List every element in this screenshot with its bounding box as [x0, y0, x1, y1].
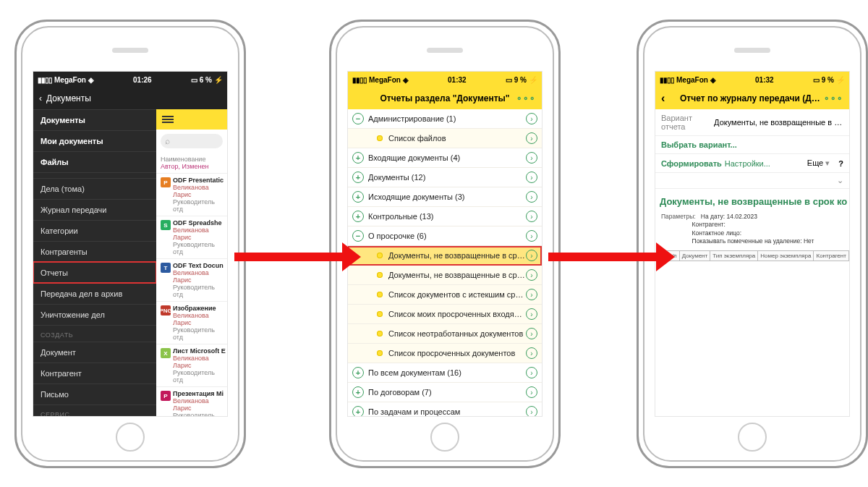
search-input[interactable]: ⌕	[161, 134, 223, 148]
sidebar-item-files[interactable]: Файлы	[33, 151, 156, 172]
chevron-right-icon[interactable]: ›	[526, 328, 537, 339]
settings-button[interactable]: Настройки...	[725, 159, 770, 168]
sidebar-item-reports[interactable]: Отчеты	[33, 262, 156, 283]
chevron-right-icon[interactable]: ›	[526, 250, 537, 261]
sidebar-item-my-documents[interactable]: Мои документы	[33, 130, 156, 151]
panel-header	[156, 109, 227, 130]
chevron-right-icon[interactable]: ›	[526, 269, 537, 281]
status-bar: ▮▮▯▯ MegaFon ◈ 01:26 ▭ 6 % ⚡	[33, 72, 227, 88]
tree-group[interactable]: +Контрольные (13)›	[348, 207, 542, 226]
navbar: Отчеты раздела "Документы" ∘∘∘	[348, 88, 542, 109]
home-button[interactable]	[430, 423, 459, 452]
back-icon[interactable]: ‹	[39, 93, 42, 103]
group-label: По договорам (7)	[368, 388, 526, 397]
chevron-right-icon[interactable]: ›	[526, 152, 537, 164]
home-button[interactable]	[116, 423, 145, 452]
tree-item[interactable]: Список моих просроченных входящих...›	[348, 305, 542, 324]
sidebar-item-cases[interactable]: Дела (тома)	[33, 178, 156, 199]
phone-bezel: ▮▮▯▯ MegaFon ◈ 01:26 ▭ 6 % ⚡ ‹ Документы…	[21, 26, 239, 462]
expand-icon[interactable]: +	[352, 171, 364, 183]
file-type-icon: X	[161, 348, 171, 358]
expand-icon[interactable]: +	[352, 406, 364, 416]
chevron-right-icon[interactable]: ›	[526, 367, 537, 378]
choose-variant[interactable]: Выбрать вариант...	[655, 136, 849, 154]
nav-title[interactable]: Документы	[46, 93, 91, 103]
table-header-row: № п/пДокументТип экземпляраНомер экземпл…	[659, 250, 850, 261]
phone-1: ▮▮▯▯ MegaFon ◈ 01:26 ▭ 6 % ⚡ ‹ Документы…	[14, 20, 246, 468]
more-link[interactable]: Еще ▾	[807, 158, 830, 168]
sidebar-item-destroy[interactable]: Уничтожение дел	[33, 304, 156, 325]
chevron-right-icon[interactable]: ›	[526, 132, 537, 144]
tree-item[interactable]: Список файлов›	[348, 129, 542, 148]
chevron-right-icon[interactable]: ›	[526, 191, 537, 203]
expand-icon[interactable]: +	[352, 211, 364, 222]
charging-icon: ⚡	[214, 76, 223, 84]
tree-group[interactable]: +Входящие документы (4)›	[348, 148, 542, 168]
tree-item[interactable]: Документы, не возвращенные в срок к...›	[348, 246, 542, 266]
back-icon[interactable]: ‹	[661, 92, 665, 105]
tree-group[interactable]: +Документы (12)›	[348, 168, 542, 187]
tree-group[interactable]: +По всем документам (16)›	[348, 363, 542, 383]
expand-icon[interactable]: +	[352, 191, 364, 203]
sidebar-create-letter[interactable]: Письмо	[33, 384, 156, 405]
chevron-right-icon[interactable]: ›	[526, 386, 537, 398]
file-type-icon: S	[161, 220, 171, 230]
screen-2: ▮▮▯▯ MegaFon ◈ 01:32 ▭ 9 % ⚡ Отчеты разд…	[347, 71, 542, 417]
expand-icon[interactable]: +	[352, 386, 364, 398]
item-label: Список файлов	[388, 134, 526, 143]
list-item[interactable]: SODF SpreadsheВеликанова ЛарисРуководите…	[156, 216, 227, 258]
tree-item[interactable]: Документы, не возвращенные в срок с...›	[348, 266, 542, 285]
column-header: Контактное лицо	[848, 250, 849, 261]
group-label: По задачам и процессам	[368, 407, 526, 416]
item-label: Список документов с истекшим сроко...	[388, 290, 526, 299]
collapse-icon[interactable]: −	[352, 113, 364, 124]
variant-value[interactable]: Документы, не возвращенные в срок к...	[714, 118, 843, 127]
tree-group[interactable]: +По договорам (7)›	[348, 383, 542, 402]
sidebar-item-transfer-log[interactable]: Журнал передачи	[33, 199, 156, 220]
battery-pct: 9 %	[822, 76, 834, 84]
file-type-icon: P	[161, 177, 171, 187]
collapse-icon[interactable]: −	[352, 230, 364, 242]
list-item[interactable]: PODF PresentaticВеликанова ЛарисРуководи…	[156, 173, 227, 216]
tree-group[interactable]: −Администрирование (1)›	[348, 109, 542, 129]
chevron-right-icon[interactable]: ›	[526, 406, 537, 416]
chevron-right-icon[interactable]: ›	[526, 230, 537, 242]
more-icon[interactable]: ∘∘∘	[824, 93, 843, 103]
collapse-row[interactable]: ⌄	[655, 173, 849, 189]
sidebar-create-counterparty[interactable]: Контрагент	[33, 363, 156, 384]
sidebar-item-categories[interactable]: Категории	[33, 220, 156, 241]
chevron-right-icon[interactable]: ›	[526, 171, 537, 183]
tree-group[interactable]: +Исходящие документы (3)›	[348, 187, 542, 207]
group-label: Документы (12)	[368, 173, 526, 182]
generate-button[interactable]: Сформировать	[661, 159, 722, 168]
report-params: Параметры: На дату: 14.02.2023 Контраген…	[658, 211, 846, 250]
chevron-right-icon[interactable]: ›	[526, 211, 537, 222]
bullet-icon	[377, 135, 383, 141]
chevron-right-icon[interactable]: ›	[526, 347, 537, 359]
sidebar-create-document[interactable]: Документ	[33, 342, 156, 363]
item-label: Список просроченных документов	[388, 349, 526, 357]
home-button[interactable]	[738, 423, 767, 452]
expand-icon[interactable]: +	[352, 152, 364, 164]
chevron-right-icon[interactable]: ›	[526, 113, 537, 124]
tree-item[interactable]: Список неотработанных документов›	[348, 324, 542, 344]
sidebar-item-counterparties[interactable]: Контрагенты	[33, 241, 156, 262]
tree-group[interactable]: +По задачам и процессам›	[348, 402, 542, 416]
list-item[interactable]: PПрезентация MiВеликанова ЛарисРуководит…	[156, 386, 227, 416]
list-item[interactable]: TODF Text DocunВеликанова ЛарисРуководит…	[156, 258, 227, 301]
sidebar-item-documents[interactable]: Документы	[33, 109, 156, 130]
bullet-icon	[377, 272, 383, 278]
chevron-right-icon[interactable]: ›	[526, 289, 537, 300]
chevron-right-icon[interactable]: ›	[526, 308, 537, 320]
tree-item[interactable]: Список документов с истекшим сроко...›	[348, 285, 542, 305]
menu-icon[interactable]	[162, 114, 174, 124]
sidebar-item-archive[interactable]: Передача дел в архив	[33, 283, 156, 304]
more-icon[interactable]: ∘∘∘	[516, 93, 536, 103]
tree-group[interactable]: −О просрочке (6)›	[348, 226, 542, 246]
expand-icon[interactable]: +	[352, 367, 364, 378]
tree-item[interactable]: Список просроченных документов›	[348, 344, 542, 363]
list-item[interactable]: PNGИзображениеВеликанова ЛарисРуководите…	[156, 301, 227, 344]
list-item[interactable]: XЛист Microsoft EВеликанова ЛарисРуковод…	[156, 344, 227, 386]
help-icon[interactable]: ?	[838, 159, 843, 168]
group-label: По всем документам (16)	[368, 368, 526, 377]
